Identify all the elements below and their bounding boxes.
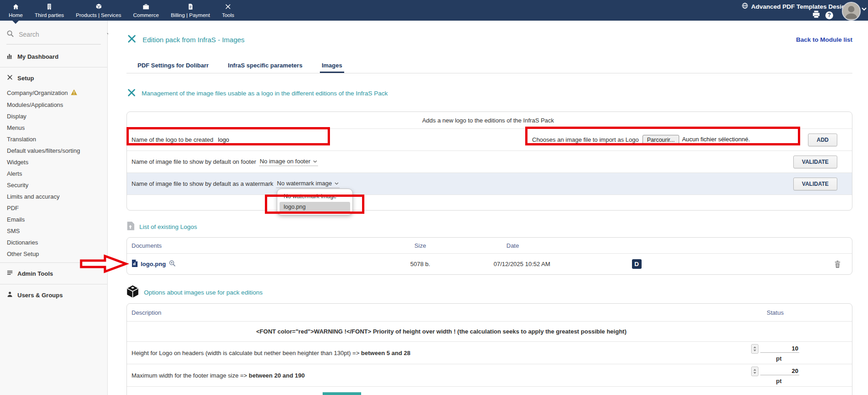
trash-icon[interactable] [834,260,845,268]
avatar[interactable] [842,2,861,21]
tab-infras-parameters[interactable]: InfraS specific parameters [226,62,304,73]
sidebar-item-dashboard[interactable]: My Dashboard [0,48,107,65]
nav-item-commerce[interactable]: Commerce [127,0,165,21]
tab-images[interactable]: Images [320,62,344,73]
chevron-down-icon[interactable] [861,6,867,12]
home-icon [12,3,19,11]
dropdown-option-no-watermark[interactable]: No watermark image [280,191,350,202]
magnifier-plus-icon[interactable] [169,260,176,268]
sidebar-item-users-groups[interactable]: Users & Groups [0,287,107,303]
file-size: 5078 b. [374,261,466,267]
sidebar-item-sms[interactable]: SMS [0,225,107,237]
chevron-down-icon [335,182,339,185]
footer-image-select[interactable]: No image on footer [259,157,319,166]
logos-table: Documents Size Date logo.png 5078 b. 07/… [126,237,852,275]
sidebar-item-modules[interactable]: Modules/Applications [0,99,107,111]
briefcase-icon [143,3,149,11]
nav-label: Tools [222,12,234,18]
sidebar-item-other-setup[interactable]: Other Setup [0,248,107,260]
nav-item-home[interactable]: Home [3,0,29,21]
page-title: Edition pack from InfraS - Images [143,36,245,44]
validate-footer-button[interactable]: VALIDATE [793,156,837,168]
back-to-module-list-link[interactable]: Back to Module list [796,36,852,43]
sidebar-item-emails[interactable]: Emails [0,214,107,225]
row-footer-image: Name of image file to show by default on… [127,150,852,172]
nav-item-products-services[interactable]: Products | Services [70,0,127,21]
sidebar-item-widgets[interactable]: Widgets [0,156,107,168]
nav-item-third-parties[interactable]: Third parties [29,0,70,21]
search-input[interactable] [18,30,103,39]
viewport: Home Third parties Products | Services C… [0,0,868,395]
file-upload-icon [126,222,134,232]
col-size: Size [374,242,466,249]
watermark-dropdown: No watermark image logo.png [277,189,353,215]
tools-icon [225,3,231,11]
unit-label: pt [751,355,799,362]
sidebar-item-security[interactable]: Security [0,179,107,191]
section-logo-management: Management of the image files usable as … [126,88,388,99]
number-stepper[interactable] [751,344,758,354]
unit-label: pt [751,378,799,384]
divider [0,284,107,284]
section-logo-list: List of existing Logos [126,222,197,232]
sidebar-item-admin-tools[interactable]: Admin Tools [0,265,107,282]
file-icon [132,260,138,268]
sidebar-item-company[interactable]: Company/Organization [0,87,107,99]
sidebar-item-defaults[interactable]: Default values/filters/sorting [0,145,107,156]
sidebar-item-pdf[interactable]: PDF [0,202,107,214]
divider [0,67,107,67]
setup-menu: Company/Organization Modules/Application… [0,87,107,260]
chevron-down-icon [313,160,317,163]
nav-item-billing-payment[interactable]: Billing | Payment [165,0,216,21]
browse-file-button[interactable]: Parcourir... [643,135,679,145]
sidebar-item-translation[interactable]: Translation [0,134,107,145]
number-stepper[interactable] [751,367,758,376]
tools-teal-icon [126,33,137,45]
watermark-image-select[interactable]: No watermark image [276,179,340,188]
user-icon [6,291,13,299]
section-options: Options about images use for pack editio… [126,285,263,300]
option-row-header-logo-height: Height for Logo on headers (width is cal… [127,341,852,364]
nav-label: Products | Services [76,12,121,18]
row-empty [127,195,852,210]
file-date: 07/12/2025 10:52 AM [494,261,626,267]
dolibarr-preview-badge[interactable]: D [632,259,642,269]
logo-name-label: Name of the logo to be created [132,136,214,143]
nav-label: Commerce [133,12,159,18]
nav-item-tools[interactable]: Tools [216,0,240,21]
logos-table-header: Documents Size Date [127,238,852,253]
file-import-label: Chooses an image file to import as Logo [532,136,639,143]
options-table: Description Status <FONT color="red">WAR… [126,303,852,395]
logo-name-input[interactable] [216,135,285,145]
sidebar-item-limits[interactable]: Limits and accuracy [0,191,107,202]
validate-watermark-button[interactable]: VALIDATE [793,178,837,190]
no-file-selected-text: Aucun fichier sélectionné. [682,136,750,144]
help-icon[interactable]: ? [825,11,833,19]
bill-icon [187,3,194,11]
printer-icon[interactable] [812,11,820,20]
cube-3d-icon [126,285,139,300]
logo-height-input[interactable] [760,345,799,353]
col-description: Description [132,309,751,316]
search-box [6,30,101,45]
sidebar-item-display[interactable]: Display [0,111,107,122]
warning-row: <FONT color="red">WARNING !</FONT> Prior… [127,321,852,341]
divider [0,262,107,263]
option-row-footer-width: Maximum width for the footer image size … [127,364,852,386]
tab-pdf-settings[interactable]: PDF Settings for Dolibarr [136,62,210,73]
page-header: Edition pack from InfraS - Images Back t… [126,33,852,45]
app-title: Advanced PDF Templates Designe [742,2,852,11]
tab-bar: PDF Settings for Dolibarr InfraS specifi… [126,60,852,73]
sidebar: My Dashboard Setup Company/Organization … [0,21,108,395]
sidebar-item-setup[interactable]: Setup [0,70,107,86]
sidebar-item-dictionaries[interactable]: Dictionaries [0,237,107,248]
globe-icon [742,2,748,11]
sidebar-item-menus[interactable]: Menus [0,122,107,134]
dropdown-option-logo-png[interactable]: logo.png [280,202,350,212]
watermark-image-label: Name of image file to show by default as… [132,180,273,187]
sidebar-item-alerts[interactable]: Alerts [0,168,107,179]
add-button[interactable]: ADD [808,134,837,146]
list-icon [6,269,13,278]
logo-file-link[interactable]: logo.png [141,261,166,267]
footer-width-input[interactable] [760,367,799,375]
